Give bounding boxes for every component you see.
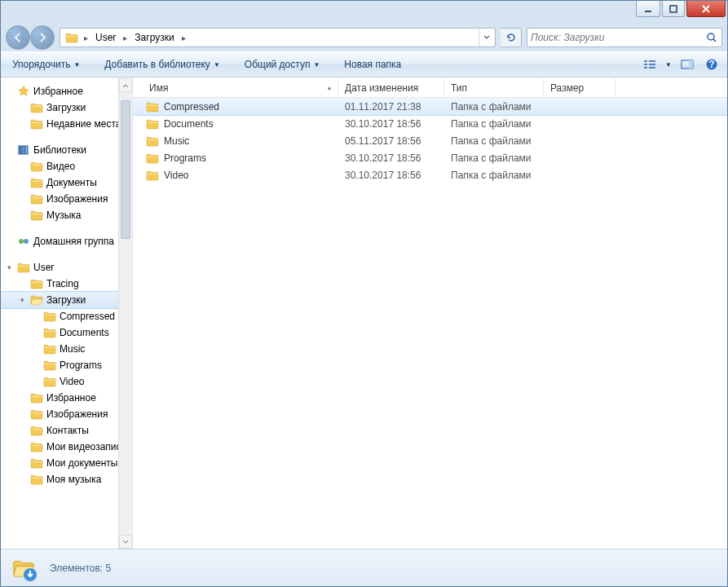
- breadcrumb-separator-icon[interactable]: ▸: [82, 33, 90, 42]
- file-name: Video: [164, 170, 188, 181]
- file-row[interactable]: Video30.10.2017 18:56Папка с файлами: [133, 166, 727, 183]
- breadcrumb[interactable]: ▸User▸Загрузки▸: [60, 28, 496, 47]
- tree-user-item[interactable]: Мои видеозаписи: [1, 439, 132, 455]
- file-row[interactable]: Music05.11.2017 18:56Папка с файлами: [133, 132, 727, 149]
- arrow-right-icon: [37, 32, 48, 43]
- tree-user-item[interactable]: Моя музыка: [1, 471, 132, 488]
- tree-user-item[interactable]: Изображения: [1, 406, 132, 422]
- column-type-label: Тип: [451, 82, 467, 94]
- folder-icon: [30, 457, 43, 470]
- include-in-library-button[interactable]: Добавить в библиотеку ▼: [99, 56, 224, 73]
- tree-favorites[interactable]: Избранное: [1, 83, 132, 99]
- tree-item-label: Мои документы: [46, 457, 117, 469]
- status-text: Элементов: 5: [50, 563, 111, 574]
- maximize-button[interactable]: [662, 1, 685, 17]
- folder-icon: [30, 209, 43, 222]
- minimize-button[interactable]: [636, 1, 660, 17]
- tree-favorites-item[interactable]: Недавние места: [1, 116, 132, 132]
- tree-downloads-child[interactable]: Documents: [1, 324, 132, 341]
- organize-button[interactable]: Упорядочить ▼: [7, 56, 85, 73]
- tree-downloads-child[interactable]: Video: [1, 373, 132, 390]
- tree-user-item[interactable]: Мои документы: [1, 455, 132, 471]
- column-date[interactable]: Дата изменения: [338, 78, 444, 97]
- column-name[interactable]: Имя▴: [133, 78, 338, 97]
- navigation-tree[interactable]: ИзбранноеЗагрузкиНедавние местаБиблиотек…: [1, 78, 133, 549]
- status-bar: Элементов: 5: [1, 549, 727, 586]
- tree-item-label: Documents: [60, 327, 109, 338]
- search-icon: [705, 32, 718, 43]
- file-type: Папка с файлами: [444, 170, 544, 181]
- file-row[interactable]: Documents30.10.2017 18:56Папка с файлами: [133, 115, 727, 132]
- arrow-left-icon: [12, 32, 24, 43]
- tree-user-item[interactable]: Tracing: [1, 276, 132, 292]
- tree-item-label: Избранное: [33, 86, 83, 97]
- file-row[interactable]: Programs30.10.2017 18:56Папка с файлами: [133, 149, 727, 166]
- close-icon: [701, 5, 711, 13]
- help-button[interactable]: ?: [703, 55, 721, 73]
- svg-text:?: ?: [708, 59, 714, 70]
- breadcrumb-dropdown[interactable]: [479, 29, 493, 46]
- breadcrumb-segment[interactable]: Загрузки: [130, 29, 179, 46]
- tree-item-label: Programs: [60, 360, 102, 371]
- tree-library-item[interactable]: Документы: [1, 174, 132, 191]
- tree-downloads-child[interactable]: Music: [1, 341, 132, 357]
- tree-homegroup[interactable]: Домашняя группа: [1, 233, 132, 249]
- refresh-button[interactable]: [501, 28, 522, 47]
- tree-downloads-child[interactable]: Compressed: [1, 308, 132, 324]
- preview-pane-button[interactable]: [678, 55, 696, 73]
- tree-item-label: Загрузки: [46, 294, 86, 306]
- column-type[interactable]: Тип: [444, 78, 544, 97]
- search-box[interactable]: [527, 28, 722, 47]
- folder-icon: [30, 192, 43, 205]
- tree-item-label: Недавние места: [46, 118, 121, 130]
- scroll-thumb[interactable]: [121, 100, 130, 239]
- column-size[interactable]: Размер: [544, 78, 615, 97]
- new-folder-button[interactable]: Новая папка: [339, 56, 406, 73]
- folder-icon: [30, 473, 43, 486]
- search-input[interactable]: [531, 32, 705, 43]
- folder-icon: [17, 261, 30, 274]
- tree-library-item[interactable]: Изображения: [1, 191, 132, 207]
- share-button[interactable]: Общий доступ ▼: [240, 56, 325, 73]
- tree-user-item[interactable]: Избранное: [1, 390, 132, 406]
- expand-icon[interactable]: ▾: [17, 296, 27, 304]
- tree-library-item[interactable]: Музыка: [1, 207, 132, 223]
- breadcrumb-segment[interactable]: User: [90, 29, 121, 46]
- close-button[interactable]: [686, 1, 726, 17]
- chevron-down-icon: ▼: [73, 61, 80, 68]
- breadcrumb-separator-icon[interactable]: ▸: [121, 33, 130, 42]
- tree-scrollbar[interactable]: [118, 78, 132, 549]
- scroll-down-button[interactable]: [119, 535, 132, 549]
- folder-icon: [30, 424, 43, 437]
- expand-icon[interactable]: ▾: [4, 263, 14, 271]
- tree-item-label: Контакты: [46, 425, 89, 436]
- tree-libraries[interactable]: Библиотеки: [1, 142, 132, 158]
- breadcrumb-separator-icon[interactable]: ▸: [179, 33, 188, 42]
- back-button[interactable]: [6, 25, 30, 50]
- tree-item-label: Изображения: [46, 408, 108, 420]
- tree-item-label: Домашняя группа: [33, 236, 114, 247]
- chevron-down-icon: [483, 34, 490, 41]
- tree-item-label: Видео: [46, 161, 75, 172]
- scroll-track[interactable]: [119, 92, 132, 535]
- file-type: Папка с файлами: [444, 118, 544, 130]
- file-row[interactable]: Compressed01.11.2017 21:38Папка с файлам…: [133, 98, 727, 115]
- tree-library-item[interactable]: Видео: [1, 158, 132, 174]
- file-date: 30.10.2017 18:56: [338, 152, 444, 164]
- tree-downloads-child[interactable]: Programs: [1, 357, 132, 373]
- tree-favorites-item[interactable]: Загрузки: [1, 99, 132, 116]
- share-label: Общий доступ: [245, 59, 311, 70]
- folder-icon: [30, 117, 43, 130]
- tree-downloads[interactable]: ▾Загрузки: [1, 292, 132, 308]
- folder-icon: [146, 100, 159, 113]
- tree-user-item[interactable]: Контакты: [1, 422, 132, 439]
- sort-indicator-icon: ▴: [328, 84, 331, 91]
- view-options-button[interactable]: [641, 55, 659, 73]
- forward-button[interactable]: [30, 25, 55, 50]
- scroll-up-button[interactable]: [119, 78, 132, 92]
- column-date-label: Дата изменения: [345, 82, 418, 94]
- minimize-icon: [644, 5, 652, 13]
- file-type: Папка с файлами: [444, 135, 544, 147]
- chevron-down-icon: [122, 539, 129, 545]
- tree-user[interactable]: ▾User: [1, 259, 132, 276]
